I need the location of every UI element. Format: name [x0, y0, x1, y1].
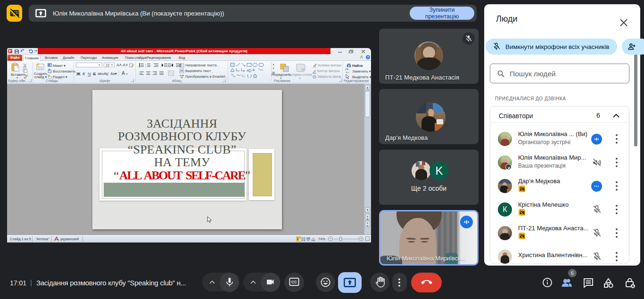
- svg-text:CC: CC: [291, 280, 297, 284]
- svg-text:2: 2: [145, 65, 147, 67]
